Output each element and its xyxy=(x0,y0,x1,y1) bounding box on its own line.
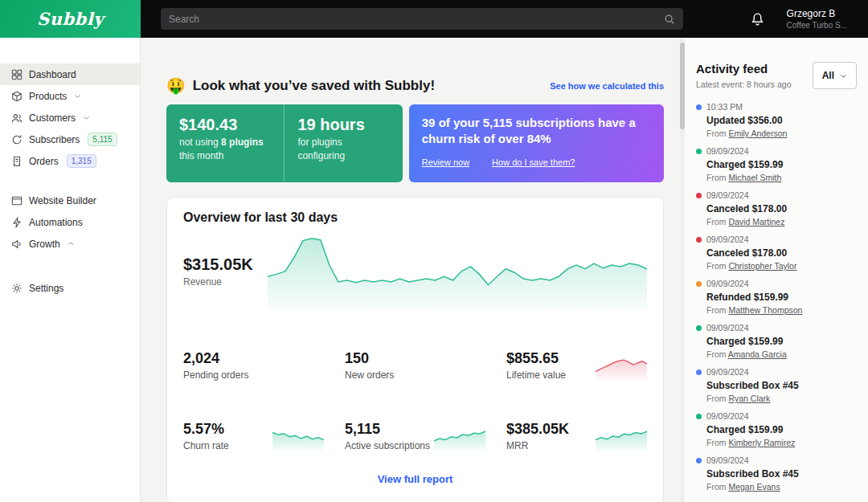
sidebar-item-label: Dashboard xyxy=(29,69,76,80)
money-saved-value: $140.43 xyxy=(179,116,271,134)
customer-link[interactable]: Christopher Taylor xyxy=(728,261,796,271)
savings-header: 🤑 Look what you’ve saved with Subbly! Se… xyxy=(166,76,664,95)
sidebar-group-main: Dashboard Products Customers Subscribers… xyxy=(0,63,140,172)
user-name: Grzegorz B xyxy=(787,8,847,19)
customer-link[interactable]: Emily Anderson xyxy=(728,129,787,138)
stats-grid: 2,024 Pending orders 150 New orders $855… xyxy=(183,348,647,454)
activity-feed-subtitle: Latest event: 8 hours ago xyxy=(696,80,792,89)
event-status-dot xyxy=(696,193,702,198)
dashboard-icon xyxy=(11,69,23,80)
event-action: Canceled $178.00 xyxy=(706,203,857,215)
subbly-logo[interactable]: Subbly xyxy=(0,0,141,38)
feed-event[interactable]: 09/09/2024 Charged $159.99 From Kimberly… xyxy=(696,411,857,448)
feed-event[interactable]: 09/09/2024 Charged $159.99 From Michael … xyxy=(696,146,857,183)
how-save-them-link[interactable]: How do I save them? xyxy=(492,157,575,167)
stat-label: New orders xyxy=(345,369,394,381)
money-saved-line1: not using 8 plugins xyxy=(179,137,271,148)
money-face-emoji: 🤑 xyxy=(166,76,186,95)
how-calculated-link[interactable]: See how we calculated this xyxy=(550,81,664,91)
event-status-dot xyxy=(696,414,702,419)
customer-link[interactable]: Megan Evans xyxy=(728,482,780,492)
hours-saved-line1: for plugins xyxy=(297,137,389,148)
feed-event[interactable]: 09/09/2024 Charged $159.99 From Amanda G… xyxy=(696,323,857,360)
customer-link[interactable]: David Martinez xyxy=(728,217,784,227)
event-time: 09/09/2024 xyxy=(706,455,749,466)
top-bar: Subbly Grzegorz B Coffee Turbo S... xyxy=(0,0,868,38)
activity-feed-panel: Activity feed Latest event: 8 hours ago … xyxy=(685,38,868,502)
view-full-report-link[interactable]: View full report xyxy=(183,473,647,485)
sidebar-item-products[interactable]: Products xyxy=(0,85,140,107)
orders-icon xyxy=(11,156,23,167)
event-status-dot xyxy=(696,149,702,154)
activity-feed-header: Activity feed Latest event: 8 hours ago … xyxy=(696,62,857,89)
event-from: From Matthew Thompson xyxy=(706,305,857,316)
revenue-area-chart xyxy=(268,235,647,311)
event-status-dot xyxy=(696,458,702,463)
growth-icon xyxy=(11,239,23,250)
event-action: Charged $159.99 xyxy=(706,336,857,348)
stat-label: Lifetime value xyxy=(506,369,566,381)
sidebar-item-label: Orders xyxy=(29,156,59,167)
event-time: 09/09/2024 xyxy=(706,279,749,289)
feed-filter-dropdown[interactable]: All xyxy=(813,62,857,89)
mrr-sparkline xyxy=(596,421,647,451)
sidebar-item-automations[interactable]: Automations xyxy=(0,211,140,233)
event-action: Subscribed Box #45 xyxy=(706,468,857,480)
stat-label: Active subscriptions xyxy=(345,440,430,451)
feed-event[interactable]: 09/09/2024 Subscribed Box #45 From Megan… xyxy=(696,455,857,492)
activity-feed-list: 10:33 PM Updated $356.00 From Emily Ande… xyxy=(696,102,857,492)
user-menu[interactable]: Grzegorz B Coffee Turbo S... xyxy=(787,8,847,30)
sidebar-item-subscribers[interactable]: Subscribers 5,115 xyxy=(0,129,140,150)
feed-event[interactable]: 09/09/2024 Canceled $178.00 From David M… xyxy=(696,190,857,227)
revenue-value: $315.05K xyxy=(183,255,268,274)
review-now-link[interactable]: Review now xyxy=(422,157,469,167)
customer-link[interactable]: Kimberly Ramirez xyxy=(728,438,795,447)
stat-churn-rate: 5.57% Churn rate xyxy=(183,418,324,454)
chevron-down-icon xyxy=(74,92,81,100)
customer-link[interactable]: Matthew Thompson xyxy=(728,305,802,315)
main-content: 🤑 Look what you’ve saved with Subbly! Se… xyxy=(141,38,680,502)
sidebar-item-customers[interactable]: Customers xyxy=(0,107,140,129)
stat-lifetime-value: $855.65 Lifetime value xyxy=(506,348,647,383)
feed-event[interactable]: 10:33 PM Updated $356.00 From Emily Ande… xyxy=(696,102,857,139)
products-icon xyxy=(11,91,23,102)
sidebar-item-website-builder[interactable]: Website Builder xyxy=(0,190,140,211)
overview-card: Overview for last 30 days $315.05K Reven… xyxy=(166,197,664,502)
customer-link[interactable]: Ryan Clark xyxy=(728,394,770,403)
automations-icon xyxy=(11,217,23,228)
activity-feed-title: Activity feed xyxy=(696,62,792,76)
feed-event[interactable]: 09/09/2024 Refunded $159.99 From Matthew… xyxy=(696,279,857,316)
event-status-dot xyxy=(696,281,702,287)
event-status-dot xyxy=(696,325,702,331)
search-bar[interactable] xyxy=(161,8,683,30)
sidebar: Dashboard Products Customers Subscribers… xyxy=(0,38,141,502)
churn-risk-text: 39 of your 5,115 subscriptions have a ch… xyxy=(422,115,643,148)
sidebar-item-orders[interactable]: Orders 1,315 xyxy=(0,150,140,172)
revenue-label: Revenue xyxy=(183,276,268,288)
event-from: From Amanda Garcia xyxy=(706,349,857,360)
event-time: 09/09/2024 xyxy=(706,146,749,157)
search-input[interactable] xyxy=(169,14,664,25)
customer-link[interactable]: Amanda Garcia xyxy=(728,349,787,359)
sidebar-item-dashboard[interactable]: Dashboard xyxy=(0,63,140,85)
lifetime-value-sparkline xyxy=(596,350,647,381)
savings-card: $140.43 not using 8 plugins this month 1… xyxy=(166,104,403,182)
stat-label: Churn rate xyxy=(183,440,229,451)
feed-event[interactable]: 09/09/2024 Canceled $178.00 From Christo… xyxy=(696,235,857,271)
sidebar-group-tools: Website Builder Automations Growth xyxy=(0,190,140,255)
event-time: 09/09/2024 xyxy=(706,411,749,422)
money-saved-block: $140.43 not using 8 plugins this month xyxy=(166,104,284,182)
search-icon xyxy=(664,14,675,25)
event-action: Updated $356.00 xyxy=(706,115,857,127)
feed-event[interactable]: 09/09/2024 Subscribed Box #45 From Ryan … xyxy=(696,367,857,404)
notifications-bell-icon[interactable] xyxy=(751,12,764,26)
orders-count-badge: 1,315 xyxy=(67,154,96,168)
chevron-down-icon xyxy=(840,72,847,80)
hours-saved-block: 19 hours for plugins configuring xyxy=(284,104,402,182)
customer-link[interactable]: Michael Smith xyxy=(728,173,781,182)
event-from: From David Martinez xyxy=(706,217,857,227)
sidebar-item-growth[interactable]: Growth xyxy=(0,233,140,255)
sidebar-item-settings[interactable]: Settings xyxy=(0,277,140,299)
active-subscriptions-sparkline xyxy=(434,421,485,451)
event-action: Refunded $159.99 xyxy=(706,292,857,304)
